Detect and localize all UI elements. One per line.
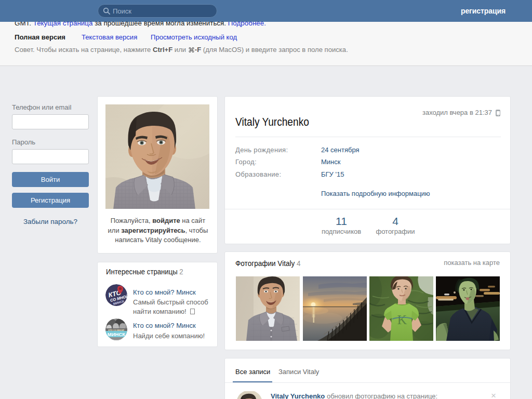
svg-text:МИНСК: МИНСК	[108, 331, 125, 337]
svg-text:K: K	[397, 312, 407, 327]
svg-text:КТО СО МНОЙ!: КТО СО МНОЙ!	[108, 329, 124, 331]
